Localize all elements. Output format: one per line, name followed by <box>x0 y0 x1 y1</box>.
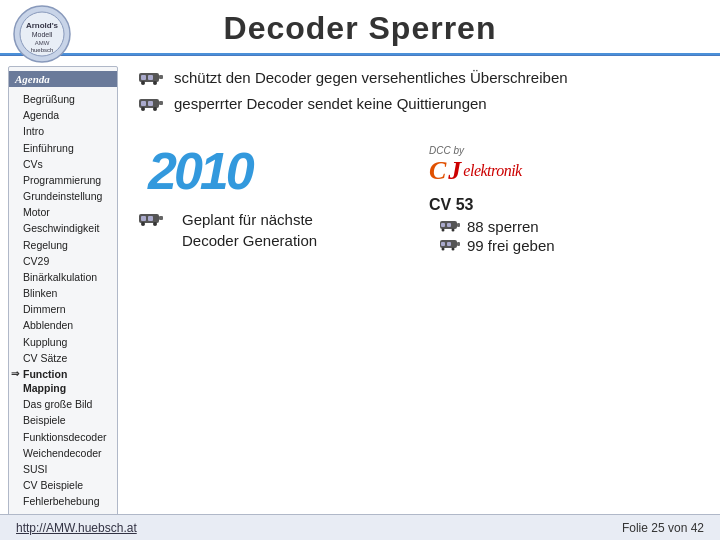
sidebar-item-dasgrossebild[interactable]: Das große Bild <box>9 396 117 412</box>
svg-rect-26 <box>447 223 451 227</box>
geplant-section: Geplant für nächsteDecoder Generation <box>138 209 317 251</box>
svg-text:Arnold's: Arnold's <box>26 21 59 30</box>
svg-rect-31 <box>441 242 445 246</box>
main-layout: Agenda Begrüßung Agenda Intro Einführung… <box>0 58 720 526</box>
sidebar-item-dimmern[interactable]: Dimmern <box>9 301 117 317</box>
bullet-text-2: gesperrter Decoder sendet keine Quittier… <box>174 94 487 114</box>
header-divider <box>0 55 720 56</box>
cv-section: CV 53 88 sperren <box>429 196 555 256</box>
train-icon-4 <box>439 218 461 235</box>
cv-bullet-1: 88 sperren <box>439 218 555 235</box>
svg-point-16 <box>153 107 157 111</box>
sidebar-item-functionmapping[interactable]: Function Mapping <box>9 366 117 396</box>
cj-brand: C J elektronik <box>429 156 522 186</box>
sidebar-item-programmierung[interactable]: Programmierung <box>9 172 117 188</box>
cj-c-letter: C <box>429 156 446 186</box>
bullet-row-1: schützt den Decoder gegen versehentliche… <box>138 68 700 88</box>
sidebar-item-cv29[interactable]: CV29 <box>9 253 117 269</box>
sidebar-item-susi[interactable]: SUSI <box>9 461 117 477</box>
cv-bullet-2-text: 99 frei geben <box>467 237 555 254</box>
sidebar-item-blinken[interactable]: Blinken <box>9 285 117 301</box>
cv-bullet-1-text: 88 sperren <box>467 218 539 235</box>
svg-text:AMW: AMW <box>35 40 50 46</box>
footer-url[interactable]: http://AMW.huebsch.at <box>16 521 137 535</box>
page-title: Decoder Sperren <box>224 10 497 47</box>
right-column: DCC by C J elektronik CV 53 <box>409 145 700 256</box>
svg-point-28 <box>452 229 455 232</box>
svg-rect-25 <box>441 223 445 227</box>
dcc-logo: DCC by C J elektronik <box>429 145 522 186</box>
svg-point-34 <box>452 248 455 251</box>
svg-rect-17 <box>159 101 163 105</box>
sidebar-item-abblenden[interactable]: Abblenden <box>9 317 117 333</box>
svg-point-21 <box>141 222 145 226</box>
svg-rect-14 <box>148 101 153 106</box>
svg-point-9 <box>141 81 145 85</box>
sidebar-header: Agenda <box>9 71 117 87</box>
sidebar-item-geschwindigkeit[interactable]: Geschwindigkeit <box>9 220 117 236</box>
bullet-row-2: gesperrter Decoder sendet keine Quittier… <box>138 94 700 114</box>
sidebar-item-motor[interactable]: Motor <box>9 204 117 220</box>
left-column: 2010 Geplant für nächsteDecoder Ge <box>138 145 409 251</box>
svg-rect-32 <box>447 242 451 246</box>
logo-icon: Arnold's Modell AMW huebsch <box>12 4 72 64</box>
sidebar: Agenda Begrüßung Agenda Intro Einführung… <box>8 66 118 518</box>
sidebar-item-begruessung[interactable]: Begrüßung <box>9 91 117 107</box>
bullet-section: schützt den Decoder gegen versehentliche… <box>138 68 700 119</box>
svg-rect-35 <box>457 242 460 246</box>
cv-title: CV 53 <box>429 196 555 214</box>
sidebar-item-weichendecoder[interactable]: Weichendecoder <box>9 445 117 461</box>
sidebar-item-binaerkalkulation[interactable]: Binärkalkulation <box>9 269 117 285</box>
svg-point-15 <box>141 107 145 111</box>
sidebar-item-funktionsdecoder[interactable]: Funktionsdecoder <box>9 429 117 445</box>
svg-rect-29 <box>457 223 460 227</box>
svg-rect-20 <box>148 216 153 221</box>
sidebar-item-kupplung[interactable]: Kupplung <box>9 334 117 350</box>
year-logo: 2010 <box>148 145 252 197</box>
svg-rect-7 <box>141 75 146 80</box>
train-icon-2 <box>138 95 166 113</box>
cj-elektro-text: elektronik <box>463 162 521 180</box>
cv-bullet-2: 99 frei geben <box>439 237 555 254</box>
sidebar-item-fehlerbehebung[interactable]: Fehlerbehebung <box>9 493 117 509</box>
dcc-by-text: DCC by <box>429 145 464 156</box>
svg-point-33 <box>442 248 445 251</box>
sidebar-item-regelung[interactable]: Regelung <box>9 237 117 253</box>
middle-section: 2010 Geplant für nächsteDecoder Ge <box>138 145 700 256</box>
content-area: schützt den Decoder gegen versehentliche… <box>118 58 720 526</box>
footer-folio: Folie 25 von 42 <box>622 521 704 535</box>
sidebar-item-beispiele[interactable]: Beispiele <box>9 412 117 428</box>
svg-rect-11 <box>159 75 163 79</box>
svg-rect-13 <box>141 101 146 106</box>
footer: http://AMW.huebsch.at Folie 25 von 42 <box>0 514 720 540</box>
sidebar-item-agenda[interactable]: Agenda <box>9 107 117 123</box>
svg-rect-23 <box>159 216 163 220</box>
sidebar-item-cvsaetze[interactable]: CV Sätze <box>9 350 117 366</box>
header: Arnold's Modell AMW huebsch Decoder Sper… <box>0 0 720 55</box>
train-icon-1 <box>138 69 166 87</box>
sidebar-item-cvbeispiele[interactable]: CV Beispiele <box>9 477 117 493</box>
svg-text:Modell: Modell <box>32 31 53 38</box>
svg-rect-19 <box>141 216 146 221</box>
sidebar-item-einfuehrung[interactable]: Einführung <box>9 140 117 156</box>
geplant-text: Geplant für nächsteDecoder Generation <box>182 209 317 251</box>
svg-point-27 <box>442 229 445 232</box>
cj-j-letter: J <box>448 156 461 186</box>
year-logo-text: 2010 <box>148 145 252 197</box>
sidebar-item-grundeinstellung[interactable]: Grundeinstellung <box>9 188 117 204</box>
bullet-text-1: schützt den Decoder gegen versehentliche… <box>174 68 568 88</box>
svg-point-10 <box>153 81 157 85</box>
svg-text:huebsch: huebsch <box>31 47 54 53</box>
sidebar-item-cvs[interactable]: CVs <box>9 156 117 172</box>
svg-rect-8 <box>148 75 153 80</box>
train-icon-3 <box>138 210 166 228</box>
sidebar-item-intro[interactable]: Intro <box>9 123 117 139</box>
train-icon-5 <box>439 237 461 254</box>
svg-point-22 <box>153 222 157 226</box>
